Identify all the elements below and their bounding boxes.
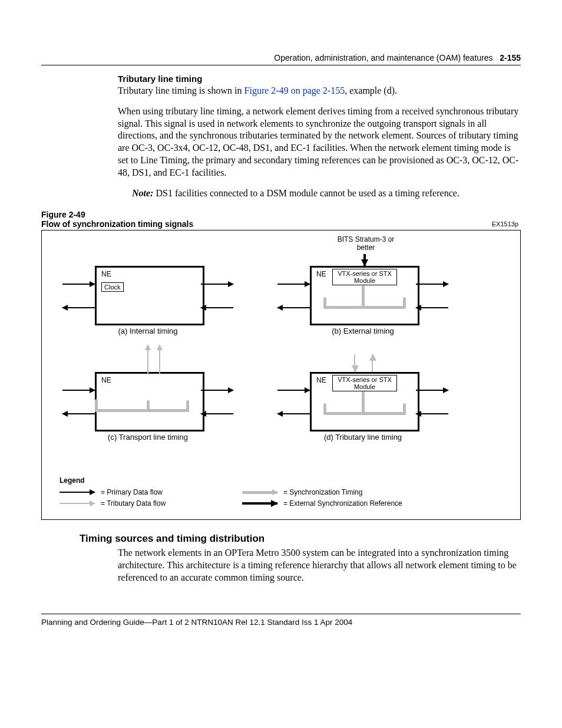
figure-code: EX1513p: [492, 220, 518, 228]
module-box: VTX-series or STX Module: [332, 269, 397, 285]
arrow-down-icon: [363, 254, 366, 266]
diagram-b-ne: NE VTX-series or STX Module: [310, 266, 419, 325]
figure-crossref-link[interactable]: Figure 2-49 on page 2-155: [244, 85, 345, 95]
clock-box: Clock: [101, 282, 124, 292]
legend-item: = External Synchronization Reference: [242, 499, 425, 508]
section2-body: The network elements in an OPTera Metro …: [118, 547, 521, 584]
ne-label: NE: [316, 270, 326, 278]
header-page-number: 2-155: [500, 53, 521, 62]
arrow-icon: [277, 284, 310, 285]
legend-label: = External Synchronization Reference: [283, 499, 402, 508]
sync-line: [323, 403, 326, 415]
arrow-icon: [416, 390, 448, 391]
module-box: VTX-series or STX Module: [332, 375, 397, 391]
arrow-up-icon: [372, 354, 373, 372]
arrow-icon: [277, 307, 310, 308]
arrow-icon: [159, 345, 160, 374]
sync-line: [323, 306, 406, 309]
sync-line: [403, 297, 406, 309]
caption-c: (c) Transport line timing: [89, 433, 207, 442]
sync-line: [362, 285, 365, 309]
sync-line: [403, 403, 406, 415]
header-section: Operation, administration, and maintenan…: [274, 53, 492, 62]
arrow-icon: [242, 502, 277, 505]
figure-caption: Figure 2-49 Flow of synchronization timi…: [41, 210, 521, 229]
ne-label: NE: [316, 376, 326, 384]
figure-title: Flow of synchronization timing signals: [41, 219, 521, 229]
arrow-icon: [416, 413, 448, 414]
sync-line: [323, 297, 326, 309]
caption-b: (b) External timing: [304, 327, 422, 335]
arrow-icon: [201, 284, 233, 285]
legend-label: = Synchronization Timing: [283, 488, 362, 496]
page-footer: Planning and Ordering Guide—Part 1 of 2 …: [41, 614, 521, 627]
ne-label: NE: [101, 376, 111, 384]
text-span: , example (d).: [345, 85, 397, 95]
caption-a: (a) Internal timing: [89, 327, 207, 335]
ne-label: NE: [101, 270, 111, 278]
arrow-icon: [416, 284, 448, 285]
diagram-c-ne: NE: [95, 372, 204, 431]
arrow-icon: [277, 390, 310, 391]
figure-box: NE Clock (a) Internal timing BITS Stratu…: [41, 230, 521, 520]
text-span: Tributary line timing is shown in: [118, 85, 244, 95]
sync-line: [147, 400, 150, 412]
arrow-icon: [201, 390, 233, 391]
note-label: Note:: [132, 188, 153, 198]
sync-line: [95, 399, 98, 412]
legend-title: Legend: [59, 476, 503, 485]
legend-item: = Tributary Data flow: [59, 499, 242, 508]
page-header: Operation, administration, and maintenan…: [41, 53, 521, 65]
legend-item: = Synchronization Timing: [242, 488, 425, 496]
arrow-icon: [62, 413, 95, 414]
sync-line: [323, 412, 406, 415]
arrow-icon: [242, 491, 277, 494]
arrow-icon: [416, 307, 448, 308]
figure-number: Figure 2-49: [41, 210, 85, 219]
arrow-icon: [62, 390, 95, 391]
diagram-a-ne: NE Clock: [95, 266, 204, 325]
legend-label: = Primary Data flow: [101, 488, 163, 496]
arrow-icon: [59, 503, 95, 504]
tributary-body: When using tributary line timing, a netw…: [118, 106, 521, 179]
arrow-icon: [62, 307, 95, 308]
legend: Legend = Primary Data flow = Synchroniza…: [59, 476, 503, 510]
tributary-subhead: Tributary line timing: [118, 74, 521, 84]
legend-label: = Tributary Data flow: [101, 499, 166, 508]
sync-line: [95, 409, 189, 412]
legend-item: = Primary Data flow: [59, 488, 242, 496]
arrow-icon: [201, 413, 233, 414]
caption-d: (d) Tributary line timing: [304, 433, 422, 442]
section-heading: Timing sources and timing distribution: [80, 533, 521, 545]
tributary-intro: Tributary line timing is shown in Figure…: [118, 85, 521, 97]
note-paragraph: Note: DS1 facilities connected to a DSM …: [132, 187, 521, 200]
arrow-icon: [62, 284, 95, 285]
diagram-d-ne: NE VTX-series or STX Module: [310, 372, 419, 431]
sync-line: [186, 400, 189, 412]
bits-label: BITS Stratum-3 or better: [330, 235, 401, 252]
arrow-icon: [59, 492, 95, 493]
note-text: DS1 facilities connected to a DSM module…: [153, 188, 459, 198]
sync-line: [362, 391, 365, 415]
arrow-icon: [277, 413, 310, 414]
arrow-icon: [147, 345, 148, 374]
arrow-icon: [201, 307, 233, 308]
arrow-down-icon: [354, 354, 355, 372]
